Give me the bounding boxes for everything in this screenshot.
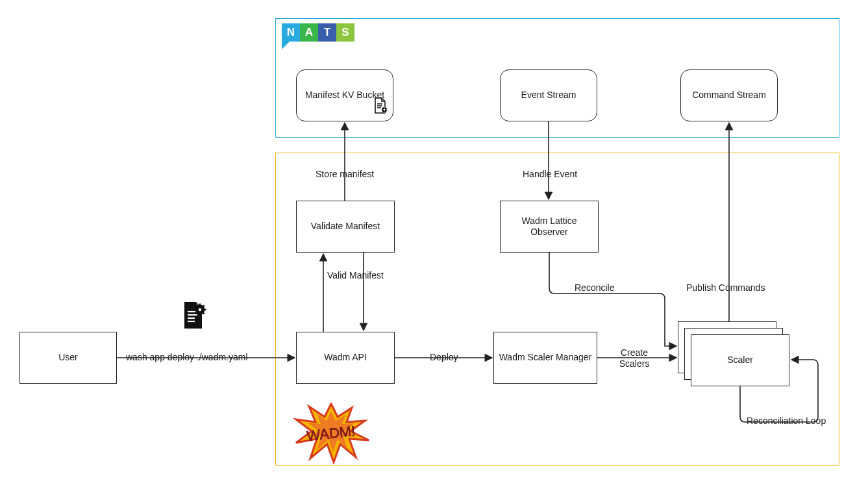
node-wadm-scaler-manager: Wadm Scaler Manager xyxy=(493,332,597,384)
node-label: User xyxy=(58,352,78,364)
edge-label-deploy: Deploy xyxy=(428,352,460,362)
node-label: Validate Manifest xyxy=(311,221,380,232)
nats-letter-a: A xyxy=(300,23,318,42)
nats-letter-s: S xyxy=(336,23,354,42)
nats-logo: N A T S xyxy=(282,23,354,42)
node-label: Event Stream xyxy=(521,90,577,101)
svg-marker-0 xyxy=(282,42,290,49)
edge-label-reconcile: Reconcile xyxy=(573,282,615,293)
node-label: Wadm Scaler Manager xyxy=(499,352,592,364)
node-user: User xyxy=(19,332,117,384)
edge-label-store-manifest: Store manifest xyxy=(314,169,375,179)
node-scaler: Scaler xyxy=(691,334,789,386)
edge-label-handle-event: Handle Event xyxy=(521,169,578,179)
svg-point-5 xyxy=(384,108,386,110)
edge-label-reconciliation-loop: Reconciliation Loop xyxy=(745,416,827,426)
document-gear-icon xyxy=(180,301,206,332)
node-wadm-lattice-observer: Wadm Lattice Observer xyxy=(500,201,599,253)
node-label: Manifest KV Bucket xyxy=(305,90,384,101)
nats-letter-n: N xyxy=(282,23,300,42)
edge-label-publish-commands: Publish Commands xyxy=(685,282,766,293)
node-label: Wadm API xyxy=(324,352,367,364)
node-label: Command Stream xyxy=(692,90,766,101)
nats-letter-t: T xyxy=(318,23,336,42)
diagram-canvas: N A T S Manifest KV Bucket xyxy=(0,0,868,485)
edge-label-create-scalers: Create Scalers xyxy=(610,347,658,369)
svg-line-23 xyxy=(203,305,205,306)
node-validate-manifest: Validate Manifest xyxy=(296,201,395,253)
node-manifest-kv-bucket: Manifest KV Bucket xyxy=(296,69,393,121)
node-wadm-api: Wadm API xyxy=(296,332,395,384)
edge-label-valid-manifest: Valid Manifest xyxy=(326,270,385,280)
node-event-stream: Event Stream xyxy=(500,69,597,121)
svg-point-15 xyxy=(199,308,202,312)
node-command-stream: Command Stream xyxy=(680,69,778,121)
node-label: Wadm Lattice Observer xyxy=(504,216,594,238)
node-label: Scaler xyxy=(727,354,753,366)
svg-line-22 xyxy=(195,313,197,314)
svg-line-21 xyxy=(203,313,205,314)
edge-label-wash-deploy: wash app deploy ./wadm.yaml xyxy=(125,352,249,362)
wadm-burst-badge: WADM! xyxy=(292,403,370,466)
svg-line-20 xyxy=(195,305,197,306)
document-gear-icon xyxy=(373,97,388,118)
